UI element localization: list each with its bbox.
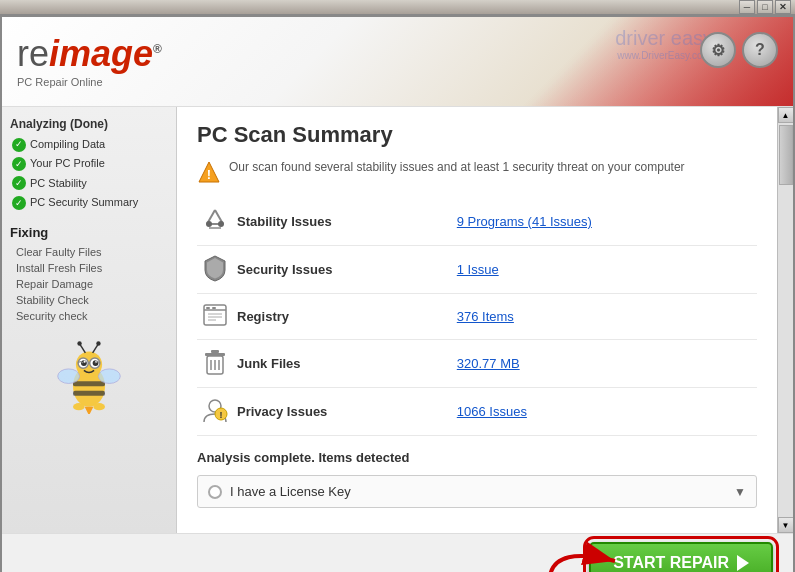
sidebar-item-security-summary: ✓ PC Security Summary [10, 193, 168, 212]
security-label: Security Issues [233, 246, 453, 294]
settings-button[interactable]: ⚙ [700, 32, 736, 68]
privacy-icon: ! [202, 396, 228, 424]
warning-box: ! Our scan found several stability issue… [197, 158, 757, 184]
check-icon-security-summary: ✓ [12, 196, 26, 210]
privacy-label: Privacy Issues [233, 388, 453, 436]
svg-line-13 [93, 344, 98, 352]
help-button[interactable]: ? [742, 32, 778, 68]
stability-value[interactable]: 9 Programs (41 Issues) [457, 214, 592, 229]
svg-point-8 [84, 360, 86, 362]
sidebar-item-compiling: ✓ Compiling Data [10, 135, 168, 154]
registry-label: Registry [233, 294, 453, 340]
content-area: Analyzing (Done) ✓ Compiling Data ✓ Your… [2, 107, 793, 533]
svg-point-15 [58, 368, 80, 383]
header-icons: ⚙ ? [700, 32, 778, 68]
svg-point-12 [77, 341, 81, 345]
svg-point-14 [96, 341, 100, 345]
bee-character [49, 334, 129, 414]
stability-label: Stability Issues [233, 198, 453, 246]
window-controls: ─ □ ✕ [739, 0, 791, 14]
fixing-item-repair-damage[interactable]: Repair Damage [12, 276, 168, 292]
bottom-bar: START REPAIR [2, 533, 793, 572]
main-window: reimage® PC Repair Online driver easy ww… [0, 15, 795, 572]
registry-value[interactable]: 376 Items [457, 309, 514, 324]
result-row-registry: Registry 376 Items [197, 294, 757, 340]
result-row-security: Security Issues 1 Issue [197, 246, 757, 294]
sidebar-label-security-summary: PC Security Summary [30, 195, 138, 210]
svg-point-25 [206, 221, 212, 227]
registry-icon [202, 302, 228, 328]
fixing-item-security-check[interactable]: Security check [12, 308, 168, 324]
fixing-item-install-fresh[interactable]: Install Fresh Files [12, 260, 168, 276]
header: reimage® PC Repair Online driver easy ww… [2, 17, 793, 107]
svg-point-18 [73, 403, 85, 410]
junk-label: Junk Files [233, 340, 453, 388]
sidebar-label-profile: Your PC Profile [30, 156, 105, 171]
svg-rect-39 [205, 353, 225, 356]
svg-line-11 [80, 344, 85, 352]
svg-rect-2 [73, 390, 105, 395]
logo: reimage® [17, 36, 162, 72]
license-radio: I have a License Key [208, 484, 351, 499]
page-title: PC Scan Summary [197, 122, 757, 148]
svg-rect-1 [73, 381, 105, 386]
sidebar-item-profile: ✓ Your PC Profile [10, 154, 168, 173]
fixing-item-stability-check[interactable]: Stability Check [12, 292, 168, 308]
fixing-item-clear-faulty[interactable]: Clear Faulty Files [12, 244, 168, 260]
sidebar-item-stability: ✓ PC Stability [10, 174, 168, 193]
svg-point-19 [93, 403, 105, 410]
svg-rect-40 [211, 350, 219, 353]
bee-area [10, 324, 168, 414]
logo-re: re [17, 33, 49, 74]
result-row-stability: Stability Issues 9 Programs (41 Issues) [197, 198, 757, 246]
watermark-brand: driver easy [615, 27, 713, 50]
analysis-complete-text: Analysis complete. Items detected [197, 450, 757, 465]
check-icon-stability: ✓ [12, 176, 26, 190]
svg-text:!: ! [220, 410, 223, 420]
scroll-up-button[interactable]: ▲ [778, 107, 794, 123]
logo-area: reimage® PC Repair Online [17, 36, 162, 88]
close-button[interactable]: ✕ [775, 0, 791, 14]
stability-icon [201, 206, 229, 234]
play-icon [737, 555, 749, 571]
registry-icon-cell [197, 294, 233, 340]
analyzing-section-title: Analyzing (Done) [10, 117, 168, 131]
license-dropdown-arrow[interactable]: ▼ [734, 485, 746, 499]
svg-rect-30 [206, 307, 210, 309]
warning-icon: ! [197, 160, 221, 184]
logo-subtitle: PC Repair Online [17, 76, 162, 88]
red-arrow [545, 536, 635, 572]
license-box[interactable]: I have a License Key ▼ [197, 475, 757, 508]
logo-image: image [49, 33, 153, 74]
main-content: PC Scan Summary ! Our scan found several… [177, 107, 777, 533]
svg-rect-31 [212, 307, 216, 309]
junk-icon [203, 348, 227, 376]
scroll-down-button[interactable]: ▼ [778, 517, 794, 533]
junk-value[interactable]: 320.77 MB [457, 356, 520, 371]
watermark-url: www.DriverEasy.com [615, 50, 713, 61]
maximize-button[interactable]: □ [757, 0, 773, 14]
fixing-section-title: Fixing [10, 225, 168, 240]
stability-icon-cell [197, 198, 233, 246]
scroll-thumb[interactable] [779, 125, 793, 185]
watermark: driver easy www.DriverEasy.com [615, 27, 713, 61]
security-value[interactable]: 1 Issue [457, 262, 499, 277]
license-label: I have a License Key [230, 484, 351, 499]
scan-results-table: Stability Issues 9 Programs (41 Issues) … [197, 198, 757, 436]
svg-marker-17 [85, 406, 94, 413]
svg-point-26 [218, 221, 224, 227]
scrollbar[interactable]: ▲ ▼ [777, 107, 793, 533]
security-icon [203, 254, 227, 282]
sidebar-label-stability: PC Stability [30, 176, 87, 191]
svg-point-16 [98, 368, 120, 383]
fixing-items: Clear Faulty Files Install Fresh Files R… [12, 244, 168, 324]
logo-reg: ® [153, 42, 162, 56]
privacy-value[interactable]: 1066 Issues [457, 404, 527, 419]
junk-icon-cell [197, 340, 233, 388]
title-bar: ─ □ ✕ [0, 0, 795, 15]
privacy-icon-cell: ! [197, 388, 233, 436]
minimize-button[interactable]: ─ [739, 0, 755, 14]
svg-text:!: ! [207, 167, 211, 182]
license-radio-circle[interactable] [208, 485, 222, 499]
check-icon-profile: ✓ [12, 157, 26, 171]
